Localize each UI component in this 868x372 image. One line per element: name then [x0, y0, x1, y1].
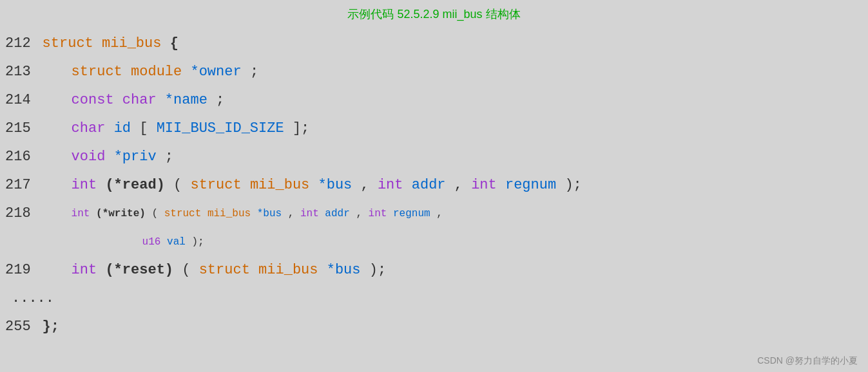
kw-int-219a: int	[72, 262, 97, 278]
line-num-217: 217	[0, 171, 36, 200]
kw-struct-213: struct	[72, 64, 122, 80]
type-mii-bus-212: mii_bus	[102, 35, 161, 51]
type-mii-bus-219: mii_bus	[258, 262, 318, 278]
line-content-212: struct mii_bus {	[36, 30, 868, 58]
code-line-213: 213 struct module *owner ;	[0, 58, 868, 86]
page-title: 示例代码 52.5.2.9 mii_bus 结构体	[0, 0, 868, 27]
kw-struct-219: struct	[199, 262, 250, 278]
kw-void-216: void	[72, 149, 106, 165]
const-mii-bus-id-215: MII_BUS_ID_SIZE	[157, 120, 284, 136]
kw-struct-218: struct	[164, 208, 202, 219]
line-num-216: 216	[0, 143, 36, 171]
code-line-255: 255 };	[0, 313, 868, 341]
kw-struct-212: struct	[43, 35, 93, 51]
var-id-215: id	[114, 120, 131, 136]
line-num-218: 218	[0, 200, 36, 228]
code-line-218: 218 int (*write) ( struct mii_bus *bus ,…	[0, 200, 868, 256]
var-regnum-218: regnum	[393, 208, 430, 219]
var-bus-217: *bus	[318, 177, 352, 193]
kw-int-218a: int	[72, 208, 90, 219]
code-line-212: 212 struct mii_bus {	[0, 30, 868, 58]
var-regnum-217: regnum	[505, 177, 556, 193]
dots-line: .....	[0, 284, 868, 313]
code-area: 212 struct mii_bus { 213 struct module *…	[0, 27, 868, 354]
code-line-219: 219 int (*reset) ( struct mii_bus *bus )…	[0, 256, 868, 284]
fptr-write-218: (*write)	[96, 208, 146, 219]
var-bus-218: *bus	[257, 208, 282, 219]
fptr-reset-219: (*reset)	[105, 262, 173, 278]
line-num-214: 214	[0, 86, 36, 115]
kw-int-217b: int	[378, 177, 403, 193]
line-content-219: int (*reset) ( struct mii_bus *bus );	[36, 256, 868, 284]
type-mii-bus-217: mii_bus	[250, 177, 309, 193]
line-218-row1: int (*write) ( struct mii_bus *bus , int…	[43, 200, 443, 228]
line-content-217: int (*read) ( struct mii_bus *bus , int …	[36, 171, 868, 200]
kw-int-217c: int	[471, 177, 497, 193]
kw-const-214: const	[72, 92, 114, 108]
fptr-read-217: (*read)	[105, 177, 164, 193]
line-num-219: 219	[0, 256, 36, 284]
kw-int-218c: int	[369, 208, 387, 219]
var-priv-216: *priv	[114, 149, 157, 165]
line-content-218: int (*write) ( struct mii_bus *bus , int…	[36, 200, 443, 256]
kw-struct-217: struct	[190, 177, 241, 193]
kw-int-217a: int	[72, 177, 97, 193]
line-content-255: };	[36, 313, 868, 341]
code-line-217: 217 int (*read) ( struct mii_bus *bus , …	[0, 171, 868, 200]
code-line-215: 215 char id [ MII_BUS_ID_SIZE ];	[0, 115, 868, 143]
kw-u16-218: u16	[142, 236, 161, 248]
line-num-215: 215	[0, 115, 36, 143]
line-content-213: struct module *owner ;	[36, 58, 868, 86]
var-val-218: val	[167, 236, 186, 248]
line-218-row2: u16 val );	[43, 228, 443, 256]
code-line-214: 214 const char *name ;	[0, 86, 868, 115]
line-content-214: const char *name ;	[36, 86, 868, 115]
watermark: CSDN @努力自学的小夏	[757, 355, 858, 367]
type-mii-bus-218: mii_bus	[207, 208, 251, 219]
line-content-216: void *priv ;	[36, 143, 868, 171]
kw-char-214: char	[122, 92, 157, 108]
line-num-255: 255	[0, 313, 36, 341]
var-name-214: *name	[165, 92, 207, 108]
var-addr-218: addr	[325, 208, 349, 219]
type-module-213: module	[131, 64, 182, 80]
line-num-213: 213	[0, 58, 36, 86]
var-owner-213: *owner	[190, 64, 241, 80]
code-line-216: 216 void *priv ;	[0, 143, 868, 171]
var-addr-217: addr	[412, 177, 446, 193]
line-num-212: 212	[0, 30, 36, 58]
line-content-215: char id [ MII_BUS_ID_SIZE ];	[36, 115, 868, 143]
main-container: 示例代码 52.5.2.9 mii_bus 结构体 212 struct mii…	[0, 0, 868, 372]
kw-char-215: char	[72, 120, 106, 136]
var-bus-219: *bus	[327, 262, 361, 278]
kw-int-218b: int	[300, 208, 319, 219]
dots-text: .....	[5, 284, 54, 313]
